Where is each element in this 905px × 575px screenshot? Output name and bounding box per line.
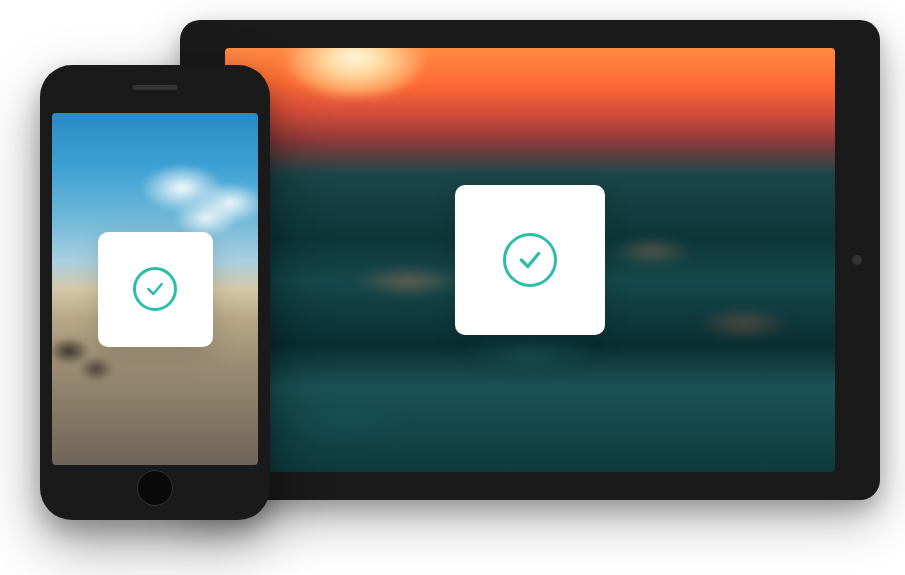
checkmark-circle-icon bbox=[133, 267, 177, 311]
tablet-screen bbox=[225, 48, 835, 472]
tablet-confirmation-card bbox=[455, 185, 605, 335]
phone-device-frame bbox=[40, 65, 270, 520]
phone-screen bbox=[52, 113, 258, 465]
tablet-device-frame bbox=[180, 20, 880, 500]
phone-confirmation-card bbox=[98, 232, 213, 347]
checkmark-circle-icon bbox=[503, 233, 557, 287]
